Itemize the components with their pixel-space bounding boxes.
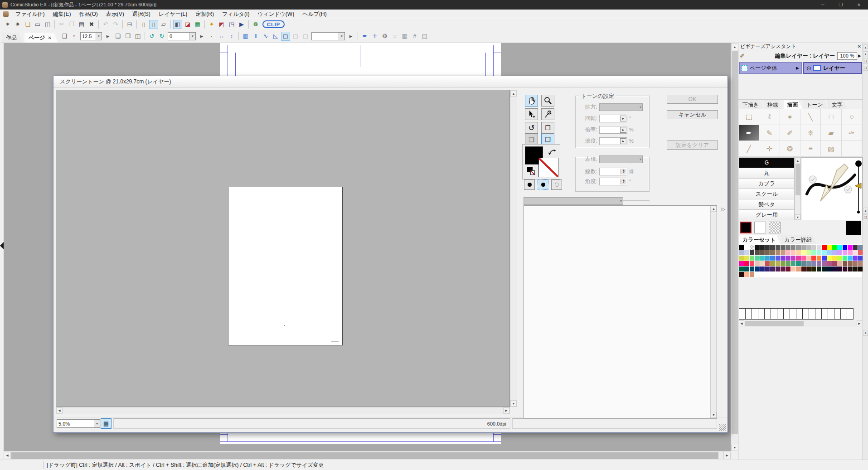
menu-item-8[interactable]: ウィンドウ(W) xyxy=(253,10,298,19)
flip-h-icon[interactable]: ↔ xyxy=(217,32,226,41)
palette-swatch[interactable] xyxy=(837,261,842,266)
zoom-tool-button[interactable] xyxy=(541,95,554,107)
peel-tool-button[interactable]: ❐ xyxy=(541,122,554,134)
print-icon[interactable]: ⊟ xyxy=(125,20,134,29)
palette-swatch[interactable] xyxy=(817,245,821,250)
strip-scrollbar[interactable]: ◀ ▶ xyxy=(739,320,862,327)
tone-sample-cell[interactable] xyxy=(745,308,752,320)
gradient-tool[interactable]: ❂ xyxy=(780,141,800,157)
palette-swatch[interactable] xyxy=(750,245,754,250)
grid-ruler-icon[interactable]: ▥ xyxy=(241,32,250,41)
dock-button-top-1[interactable]: ▾ xyxy=(863,51,868,57)
palette-swatch[interactable] xyxy=(776,266,780,271)
palette-swatch[interactable] xyxy=(786,245,790,250)
assistant-header[interactable]: ビギナーズアシスタント ✕ xyxy=(738,43,863,50)
palette-swatch[interactable] xyxy=(811,245,816,250)
menu-item-9[interactable]: ヘルプ(H) xyxy=(298,10,331,19)
chevron-down-icon[interactable]: ▾ xyxy=(96,33,102,40)
palette-swatch[interactable] xyxy=(806,245,811,250)
dialog-resize-grip[interactable] xyxy=(719,424,726,431)
slider-popup-icon[interactable]: ▸ xyxy=(620,138,626,144)
rotate-right-icon[interactable]: ↻ xyxy=(157,32,166,41)
palette-swatch[interactable] xyxy=(781,250,785,255)
palette-swatch[interactable] xyxy=(786,256,790,261)
radial-lines-icon[interactable]: ❂ xyxy=(380,32,389,41)
scroll-down-arrow[interactable]: ▼ xyxy=(731,444,738,451)
menu-item-5[interactable]: レイヤー(L) xyxy=(155,10,192,19)
eraser-tool[interactable]: ▰ xyxy=(821,125,841,141)
view-tab-0[interactable]: 作品 xyxy=(2,33,23,43)
parallel-lines-icon[interactable]: ≡ xyxy=(390,32,399,41)
minimize-button[interactable]: ─ xyxy=(814,2,832,7)
tool-tab-トーン[interactable]: トーン xyxy=(803,100,828,109)
parallel-ruler-icon[interactable]: ‖ xyxy=(251,32,260,41)
layers-view-button[interactable]: ▤ xyxy=(101,418,112,429)
palette-swatch[interactable] xyxy=(848,266,852,271)
palette-swatch[interactable] xyxy=(843,256,847,261)
palette-swatch[interactable] xyxy=(853,245,858,250)
palette-swatch[interactable] xyxy=(837,250,842,255)
palette-swatch[interactable] xyxy=(765,245,770,250)
background-color-swatch[interactable] xyxy=(538,158,558,177)
page-edit-icon[interactable]: ▱ xyxy=(159,20,168,29)
scroll-right-arrow[interactable]: ▶ xyxy=(723,452,731,459)
palette-swatch[interactable] xyxy=(760,261,765,266)
new-page-icon[interactable]: ✷ xyxy=(13,20,22,29)
palette-swatch[interactable] xyxy=(832,261,837,266)
scale-input[interactable]: ▸ xyxy=(599,126,627,134)
palette-swatch[interactable] xyxy=(791,256,795,261)
menu-item-4[interactable]: 選択(S) xyxy=(128,10,155,19)
palette-swatch[interactable] xyxy=(739,261,744,266)
palette-swatch[interactable] xyxy=(765,250,770,255)
palette-swatch[interactable] xyxy=(801,261,806,266)
palette-swatch[interactable] xyxy=(760,245,765,250)
hand-tool-button[interactable] xyxy=(525,95,538,107)
swap-colors-icon[interactable] xyxy=(548,147,558,158)
preview-scroll-right[interactable]: ▶ xyxy=(503,407,509,414)
palette-swatch[interactable] xyxy=(755,250,759,255)
palette-swatch[interactable] xyxy=(750,250,754,255)
pen-item-カブラ[interactable]: カブラ xyxy=(739,179,795,189)
tone-preview-canvas[interactable] xyxy=(56,90,510,407)
run-icon[interactable]: ▶ xyxy=(237,20,246,29)
fold-page-icon[interactable]: ❒ xyxy=(123,32,132,41)
white-color-swatch[interactable] xyxy=(754,222,766,233)
ellipse-tool[interactable]: ○ xyxy=(842,109,862,125)
tone-sample-cell[interactable] xyxy=(758,308,765,320)
palette-swatch[interactable] xyxy=(796,261,800,266)
tone-sample-cell[interactable] xyxy=(752,308,758,320)
pen-scroll-thumb[interactable] xyxy=(795,164,800,195)
palette-swatch[interactable] xyxy=(811,261,816,266)
layer-opacity-input[interactable]: 100 % xyxy=(837,52,857,60)
angle-combo[interactable]: 0▾ xyxy=(168,32,196,40)
dot-icon[interactable]: · xyxy=(207,32,216,41)
palette-swatch[interactable] xyxy=(796,256,800,261)
line-tool[interactable]: ╲ xyxy=(800,109,821,125)
strip-scroll-right[interactable]: ▶ xyxy=(857,320,862,326)
pencil-tool[interactable]: ✎ xyxy=(759,125,780,141)
palette-swatch[interactable] xyxy=(739,250,744,255)
palette-swatch[interactable] xyxy=(739,245,744,250)
palette-swatch[interactable] xyxy=(770,256,775,261)
page-settings-icon[interactable]: ❑ xyxy=(60,32,69,41)
palette-swatch[interactable] xyxy=(739,256,744,261)
palette-swatch[interactable] xyxy=(796,266,800,271)
panel-expand-arrow[interactable]: ▷ xyxy=(720,205,727,213)
tone-sample-cell[interactable] xyxy=(790,308,796,320)
hatch-icon[interactable]: # xyxy=(410,32,419,41)
palette-swatch[interactable] xyxy=(755,266,759,271)
palette-swatch[interactable] xyxy=(750,261,754,266)
palette-swatch[interactable] xyxy=(832,256,837,261)
palette-swatch[interactable] xyxy=(806,250,811,255)
palette-swatch[interactable] xyxy=(822,266,826,271)
assistant-close-icon[interactable]: ✕ xyxy=(858,44,861,49)
tool-tab-枠線[interactable]: 枠線 xyxy=(764,100,783,109)
rotate-tool-button[interactable]: ↺ xyxy=(525,122,538,134)
cancel-button[interactable]: キャンセル xyxy=(667,110,718,119)
tool-tab-文字[interactable]: 文字 xyxy=(829,100,847,109)
scroll-up-arrow[interactable]: ▲ xyxy=(731,43,738,50)
pen-item-スクール[interactable]: スクール xyxy=(739,189,795,199)
paste-method-select[interactable]: ▾ xyxy=(599,103,643,111)
page-view-icon[interactable]: ▯ xyxy=(149,20,158,29)
canvas-vertical-scrollbar[interactable]: ▲ ▼ xyxy=(731,43,738,451)
